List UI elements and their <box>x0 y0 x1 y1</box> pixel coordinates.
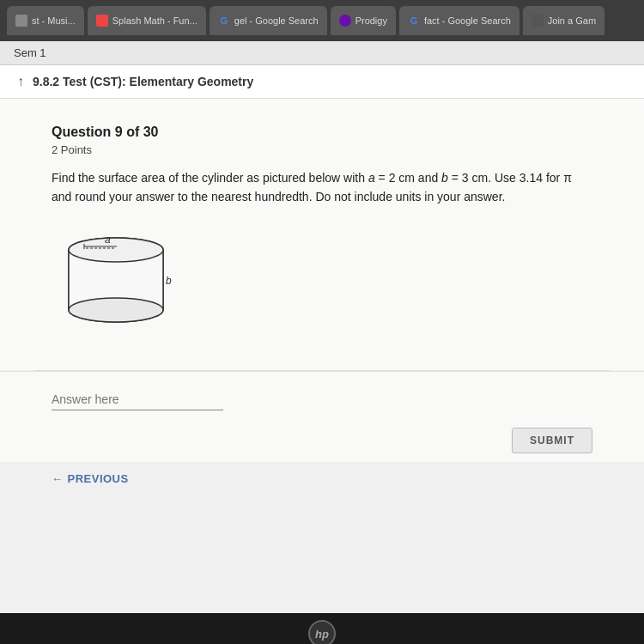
question-area: Question 9 of 30 2 Points Find the surfa… <box>0 99 644 370</box>
content-area: Sem 1 ↑ 9.8.2 Test (CST): Elementary Geo… <box>0 41 644 613</box>
previous-button[interactable]: ← PREVIOUS <box>52 472 129 485</box>
svg-point-8 <box>69 238 163 262</box>
tab-google-gel-label: gel - Google Search <box>234 15 319 26</box>
prodigy-favicon <box>339 15 351 27</box>
google-favicon-1: G <box>218 15 230 27</box>
tab-join-label: Join a Gam <box>548 15 596 26</box>
splash-favicon <box>96 15 108 27</box>
tab-splash[interactable]: Splash Math - Fun... <box>88 6 206 35</box>
previous-area: ← PREVIOUS <box>0 462 644 495</box>
tab-bar: st - Musi... Splash Math - Fun... G gel … <box>0 0 644 41</box>
answer-input[interactable] <box>52 389 223 410</box>
cylinder-label-a: a <box>105 234 111 246</box>
question-number: Question 9 of 30 <box>52 125 592 140</box>
cylinder-label-b: b <box>166 275 172 287</box>
tab-prodigy-label: Prodigy <box>355 15 387 26</box>
question-text-part3: = 3 cm. Use 3.14 for <box>448 171 563 185</box>
cylinder-illustration: a b <box>52 224 592 336</box>
svg-point-7 <box>69 298 163 322</box>
question-text: Find the surface area of the cylinder as… <box>52 168 592 207</box>
hp-logo: hp <box>308 620 336 644</box>
hp-bar: hp <box>0 613 644 644</box>
question-text-part1: Find the surface area of the cylinder as… <box>52 171 368 185</box>
test-header: ↑ 9.8.2 Test (CST): Elementary Geometry <box>0 65 644 99</box>
answer-section <box>0 371 644 419</box>
tab-google-fact-label: fact - Google Search <box>424 15 511 26</box>
tab-music-label: st - Musi... <box>32 15 76 26</box>
previous-arrow-icon: ← <box>52 472 64 485</box>
cylinder-svg: a b <box>52 224 189 336</box>
question-italic-a: a <box>368 171 375 185</box>
tab-music[interactable]: st - Musi... <box>7 6 84 35</box>
breadcrumb: Sem 1 <box>0 41 644 65</box>
music-favicon <box>15 15 27 27</box>
tab-prodigy[interactable]: Prodigy <box>331 6 396 35</box>
question-pi: π <box>563 171 572 185</box>
question-points: 2 Points <box>52 143 592 156</box>
test-title: 9.8.2 Test (CST): Elementary Geometry <box>33 75 253 88</box>
tab-join[interactable]: Join a Gam <box>523 6 605 35</box>
tab-google-fact[interactable]: G fact - Google Search <box>399 6 519 35</box>
question-italic-b: b <box>441 171 448 185</box>
google-favicon-2: G <box>408 15 420 27</box>
tab-google-gel[interactable]: G gel - Google Search <box>210 6 327 35</box>
upload-icon: ↑ <box>17 74 24 89</box>
submit-area: SUBMIT <box>0 419 644 462</box>
previous-label: PREVIOUS <box>68 472 129 485</box>
join-favicon <box>532 15 544 27</box>
question-text-part2: = 2 cm and <box>375 171 441 185</box>
sem-label: Sem 1 <box>14 46 46 59</box>
submit-button[interactable]: SUBMIT <box>512 428 592 453</box>
question-text-part4: and round your answer to the nearest hun… <box>52 190 505 204</box>
tab-splash-label: Splash Math - Fun... <box>112 15 197 26</box>
